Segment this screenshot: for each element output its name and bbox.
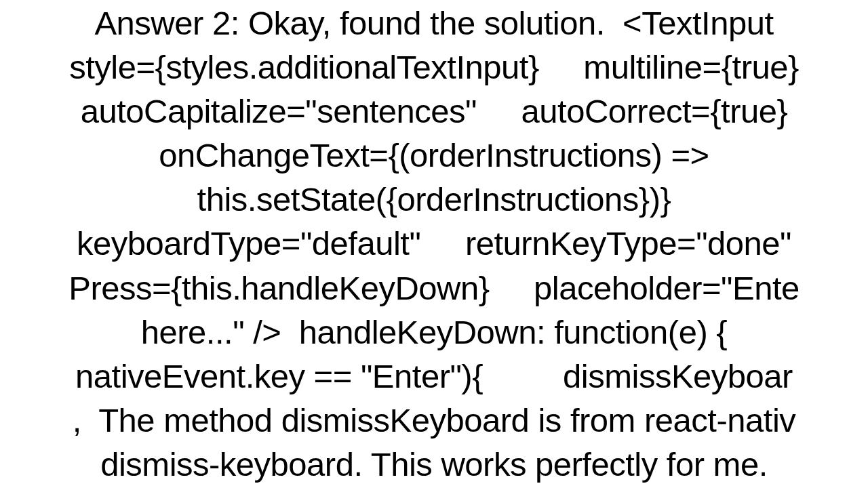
answer-text-block: Answer 2: Okay, found the solution. <Tex…: [0, 1, 868, 487]
